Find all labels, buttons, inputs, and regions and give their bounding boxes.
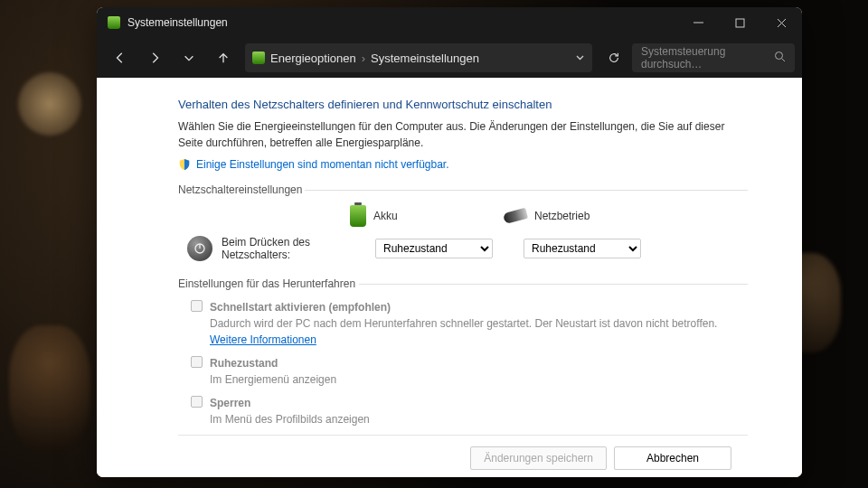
battery-icon bbox=[350, 205, 366, 227]
option-title: Ruhezustand bbox=[210, 357, 278, 370]
svg-rect-0 bbox=[736, 19, 744, 27]
section-power-button: Netzschaltereinstellungen bbox=[178, 183, 748, 196]
nav-recent-button[interactable] bbox=[173, 43, 205, 72]
column-battery: Akku bbox=[350, 205, 476, 227]
section-shutdown: Einstellungen für das Herunterfahren bbox=[178, 277, 748, 290]
address-icon bbox=[252, 52, 265, 64]
option-lock: Sperren Im Menü des Profilbilds anzeigen bbox=[191, 395, 748, 427]
power-button-plugged-select[interactable]: Ruhezustand bbox=[524, 239, 641, 258]
column-plugged: Netzbetrieb bbox=[504, 210, 630, 222]
admin-link-text[interactable]: Einige Einstellungen sind momentan nicht… bbox=[196, 158, 449, 171]
power-button-icon bbox=[187, 236, 212, 261]
shield-icon bbox=[178, 158, 191, 171]
close-button[interactable] bbox=[760, 7, 802, 38]
intro-text: Wählen Sie die Energieeinstellungen für … bbox=[178, 118, 748, 151]
titlebar: Systemeinstellungen bbox=[97, 7, 802, 38]
power-button-label: Beim Drücken des Netzschalters: bbox=[222, 236, 366, 261]
option-fast-startup: Schnellstart aktivieren (empfohlen) Dadu… bbox=[191, 299, 748, 348]
address-bar[interactable]: Energieoptionen › Systemeinstellungen bbox=[245, 43, 592, 72]
breadcrumb-item[interactable]: Systemeinstellungen bbox=[371, 52, 479, 65]
option-desc: Im Menü des Profilbilds anzeigen bbox=[210, 413, 370, 426]
search-input[interactable]: Systemsteuerung durchsuch… bbox=[632, 43, 795, 72]
option-desc: Im Energiemenü anzeigen bbox=[210, 373, 336, 386]
column-plugged-label: Netzbetrieb bbox=[534, 210, 590, 222]
app-icon bbox=[108, 16, 120, 29]
nav-forward-button[interactable] bbox=[138, 43, 171, 72]
content-area: Verhalten des Netzschalters definieren u… bbox=[97, 78, 802, 477]
window-title: Systemeinstellungen bbox=[127, 16, 228, 29]
refresh-button[interactable] bbox=[598, 43, 630, 72]
checkbox-fast-startup bbox=[191, 300, 203, 312]
svg-point-1 bbox=[776, 52, 783, 60]
option-title: Schnellstart aktivieren (empfohlen) bbox=[210, 301, 391, 314]
page-title: Verhalten des Netzschalters definieren u… bbox=[178, 98, 748, 111]
column-battery-label: Akku bbox=[373, 210, 398, 222]
maximize-button[interactable] bbox=[719, 7, 760, 38]
option-desc: Dadurch wird der PC nach dem Herunterfah… bbox=[210, 317, 717, 330]
power-button-battery-select[interactable]: Ruhezustand bbox=[375, 239, 493, 258]
footer: Änderungen speichern Abbrechen bbox=[178, 435, 748, 477]
checkbox-lock bbox=[191, 396, 203, 408]
settings-window: Systemeinstellungen Energieoptionen › Sy… bbox=[97, 7, 802, 477]
more-info-link[interactable]: Weitere Informationen bbox=[210, 333, 316, 346]
nav-back-button[interactable] bbox=[104, 43, 137, 72]
nav-up-button[interactable] bbox=[207, 43, 240, 72]
breadcrumb-item[interactable]: Energieoptionen bbox=[270, 52, 356, 65]
checkbox-hibernate bbox=[191, 356, 203, 368]
option-hibernate: Ruhezustand Im Energiemenü anzeigen bbox=[191, 355, 748, 388]
option-title: Sperren bbox=[210, 397, 250, 409]
cancel-button[interactable]: Abbrechen bbox=[614, 446, 731, 470]
save-button: Änderungen speichern bbox=[470, 446, 607, 470]
chevron-down-icon[interactable] bbox=[575, 52, 585, 65]
chevron-right-icon: › bbox=[362, 52, 365, 65]
minimize-button[interactable] bbox=[677, 7, 719, 38]
search-placeholder: Systemsteuerung durchsuch… bbox=[641, 45, 774, 70]
plug-icon bbox=[503, 208, 528, 224]
toolbar: Energieoptionen › Systemeinstellungen Sy… bbox=[97, 38, 802, 78]
admin-link[interactable]: Einige Einstellungen sind momentan nicht… bbox=[178, 158, 748, 171]
search-icon bbox=[774, 51, 786, 65]
